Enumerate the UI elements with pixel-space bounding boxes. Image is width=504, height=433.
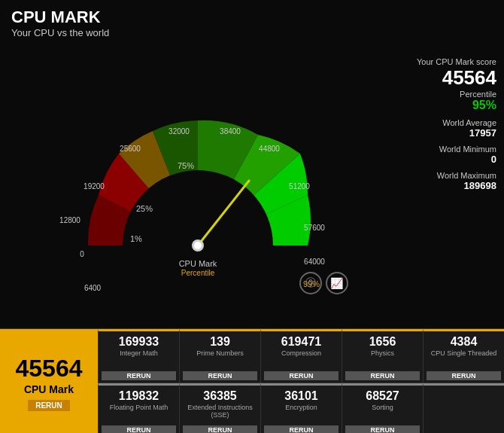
svg-text:32000: 32000 <box>169 127 190 136</box>
cpu-mark-label: CPU Mark <box>24 383 74 395</box>
gauge-icons: ⓪ 📈 <box>299 272 348 294</box>
sub-name-2: Compression <box>281 349 321 369</box>
sub-cell-6: 36385Extended Instructions (SSE)RERUN <box>179 383 260 433</box>
sub-name-0: Integer Math <box>120 349 158 369</box>
svg-text:64000: 64000 <box>304 258 325 266</box>
world-maximum-label: World Maximum <box>437 171 496 180</box>
cpu-mark-rerun-button[interactable]: RERUN <box>28 400 70 411</box>
svg-text:CPU Mark: CPU Mark <box>178 259 217 268</box>
svg-point-2 <box>194 242 202 249</box>
sub-rerun-button-3[interactable]: RERUN <box>345 371 420 380</box>
world-average-value: 17957 <box>469 127 496 139</box>
page-subtitle: Your CPU vs the world <box>11 27 493 38</box>
sub-rerun-button-8[interactable]: RERUN <box>345 425 420 433</box>
sub-cell-2: 619471CompressionRERUN <box>260 329 342 383</box>
sub-cell-9 <box>423 383 504 433</box>
sub-score-8: 68527 <box>366 390 399 402</box>
sub-rerun-button-0[interactable]: RERUN <box>102 371 176 380</box>
sub-cell-7: 36101EncryptionRERUN <box>260 383 342 433</box>
score-value: 45564 <box>442 66 496 90</box>
gauge-area: 0 6400 12800 19200 25600 32000 38400 448… <box>0 42 395 328</box>
percentile-value: 95% <box>472 99 496 112</box>
svg-text:19200: 19200 <box>83 182 105 191</box>
results-grid: 45564 CPU Mark RERUN 169933Integer MathR… <box>0 328 504 433</box>
sub-rerun-button-1[interactable]: RERUN <box>183 371 257 380</box>
svg-text:57600: 57600 <box>304 224 325 232</box>
svg-text:25%: 25% <box>136 204 153 213</box>
sub-score-7: 36101 <box>284 390 318 402</box>
svg-text:1%: 1% <box>130 234 142 243</box>
sub-name-4: CPU Single Threaded <box>431 349 496 369</box>
sub-cell-0: 169933Integer MathRERUN <box>98 329 179 383</box>
score-label: Your CPU Mark score <box>417 57 496 66</box>
sub-rerun-button-4[interactable]: RERUN <box>427 371 501 380</box>
sub-cell-8: 68527SortingRERUN <box>342 383 423 433</box>
sub-rerun-button-6[interactable]: RERUN <box>183 425 257 433</box>
sub-rerun-button-2[interactable]: RERUN <box>264 371 339 380</box>
sub-score-1: 139 <box>210 336 230 348</box>
sub-cell-3: 1656PhysicsRERUN <box>342 329 423 383</box>
svg-text:12800: 12800 <box>59 216 80 224</box>
sub-name-3: Physics <box>371 349 394 369</box>
sub-cell-1: 139Prime NumbersRERUN <box>179 329 260 383</box>
sub-score-6: 36385 <box>203 390 237 402</box>
sub-name-8: Sorting <box>372 404 393 423</box>
sub-rerun-button-7[interactable]: RERUN <box>264 425 339 433</box>
sub-score-5: 119832 <box>119 390 159 402</box>
world-minimum-label: World Minimum <box>439 145 496 154</box>
header: CPU MARK Your CPU vs the world <box>0 0 504 42</box>
sub-cell-4: 4384CPU Single ThreadedRERUN <box>423 329 504 383</box>
sub-name-1: Prime Numbers <box>196 349 244 369</box>
certified-icon[interactable]: ⓪ <box>299 272 322 294</box>
svg-text:25600: 25600 <box>120 145 141 153</box>
svg-text:0: 0 <box>80 250 84 258</box>
world-average-label: World Average <box>442 118 496 127</box>
svg-text:51200: 51200 <box>289 182 310 191</box>
sub-name-6: Extended Instructions (SSE) <box>183 404 257 423</box>
svg-text:38400: 38400 <box>220 127 241 136</box>
score-panel: Your CPU Mark score 45564 Percentile 95%… <box>395 42 504 328</box>
world-minimum-value: 0 <box>491 154 496 165</box>
svg-text:44800: 44800 <box>259 145 280 153</box>
page-title: CPU MARK <box>11 8 493 27</box>
gauge-container: 0 6400 12800 19200 25600 32000 38400 448… <box>40 72 356 298</box>
sub-score-4: 4384 <box>451 336 478 348</box>
svg-text:Percentile: Percentile <box>181 269 214 277</box>
chart-icon[interactable]: 📈 <box>326 272 348 294</box>
sub-name-5: Floating Point Math <box>110 404 169 423</box>
sub-cell-5: 119832Floating Point MathRERUN <box>98 383 179 433</box>
percentile-label: Percentile <box>460 90 496 99</box>
svg-text:75%: 75% <box>178 161 194 170</box>
sub-name-7: Encryption <box>285 404 317 423</box>
world-maximum-value: 189698 <box>464 180 496 191</box>
main-area: 0 6400 12800 19200 25600 32000 38400 448… <box>0 42 504 328</box>
sub-score-0: 169933 <box>119 336 159 348</box>
sub-cells-grid: 169933Integer MathRERUN139Prime NumbersR… <box>98 329 504 433</box>
sub-score-2: 619471 <box>281 336 321 348</box>
gauge-svg: 0 6400 12800 19200 25600 32000 38400 448… <box>40 72 356 298</box>
sub-rerun-button-5[interactable]: RERUN <box>102 425 176 433</box>
svg-text:6400: 6400 <box>83 284 101 292</box>
sub-score-3: 1656 <box>369 336 396 348</box>
cpu-mark-score: 45564 <box>16 356 83 380</box>
cpu-mark-cell: 45564 CPU Mark RERUN <box>0 329 98 433</box>
